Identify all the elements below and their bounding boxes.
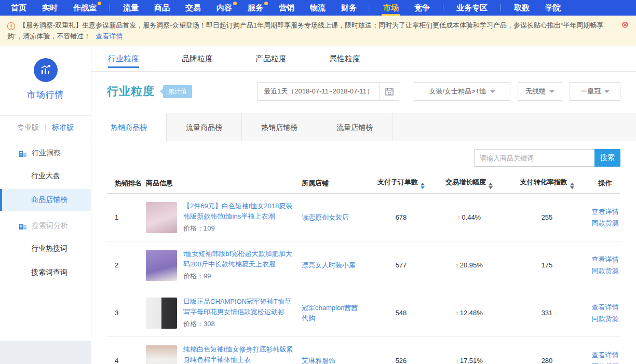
rank-cell: 3 [107,309,146,317]
calendar-icon[interactable]: 15 [380,82,399,101]
same-source-link[interactable]: 同款货源 [590,361,620,364]
product-title-link[interactable]: 纯棉白色短袖t恤女修身打底衫韩版紧身纯色棉半袖体恤上衣 [183,344,297,364]
buildings-icon [19,150,27,157]
table-row: 1 【2件69元】白色短袖t恤女2018夏装韩版新款韩范t恤ins半袖上衣潮 价… [107,194,620,241]
tab-hot-shops[interactable]: 热销店铺榜 [242,113,317,141]
product-title-link[interactable]: t恤女短袖韩版bf宽松超大款加肥加大码200斤中长款纯棉夏天上衣服 [183,249,297,269]
category-dropdown[interactable]: 女装/女士精品>T恤 [414,82,510,101]
col-header-orders[interactable]: 支付子订单数 [368,178,434,189]
product-thumbnail[interactable] [146,345,177,364]
product-price: 价格：109 [183,223,297,234]
table-row: 3 日版正品CHAMPION冠军短袖T恤草写字母印花男女情侣款宽松运动衫 价格：… [107,289,620,337]
up-arrow-icon: ↑ [455,357,459,364]
tab-traffic-products[interactable]: 流量商品榜 [167,113,242,141]
tab-traffic-shops[interactable]: 流量店铺榜 [317,113,393,141]
product-title-link[interactable]: 【2件69元】白色短袖t恤女2018夏装韩版新款韩范t恤ins半袖上衣潮 [183,201,297,222]
up-arrow-icon: ↑ [455,261,459,269]
category-value: 女装/女士精品>T恤 [429,87,486,96]
sidebar-item-product-shop-rank[interactable]: 商品店铺榜 [0,189,91,211]
product-price: 价格：99 [183,271,297,281]
shop-link[interactable]: 漂亮女人时装小屋 [302,260,365,271]
col-header-growth[interactable]: 交易增长幅度 [434,178,504,189]
tab-industry-granularity[interactable]: 行业粒度 [108,46,139,71]
sort-icon[interactable] [489,183,493,189]
view-detail-link[interactable]: 查看详情 [590,349,620,361]
ranking-list-tabs: 热销商品榜 流量商品榜 热销店铺榜 流量店铺榜 [91,113,636,141]
version-tab-pro[interactable]: 专业版 [11,123,45,132]
tab-hot-products[interactable]: 热销商品榜 [91,113,167,141]
search-button[interactable]: 搜索 [594,149,620,167]
actions-cell: 查看详情 同款货源 [590,349,620,364]
sort-icon[interactable] [421,183,425,189]
rank-cell: 2 [107,261,146,269]
col-header-conversion-index[interactable]: 支付转化率指数 [504,178,590,189]
sidebar-item-search-word-query[interactable]: 搜索词查询 [0,262,91,284]
shop-link[interactable]: 读恋原创女装店 [302,212,358,223]
market-chart-icon[interactable] [34,58,58,82]
same-source-link[interactable]: 同款货源 [590,313,620,325]
terminal-dropdown[interactable]: 无线端 [518,82,562,101]
conversion-index-value: 175 [504,261,590,269]
nav-item-traffic[interactable]: 流量 [115,0,146,16]
nav-item-products[interactable]: 商品 [146,0,178,16]
chevron-down-icon [604,90,610,93]
conversion-index-value: 255 [504,213,590,221]
nav-item-logistics[interactable]: 物流 [302,0,333,16]
view-detail-link[interactable]: 查看详情 [590,254,620,265]
calendar-glyph: 15 [385,87,394,96]
version-tab-standard[interactable]: 标准版 [46,123,80,132]
nav-item-business-zone[interactable]: 业务专区 [449,0,495,16]
product-title-link[interactable]: 日版正品CHAMPION冠军短袖T恤草写字母印花男女情侣款宽松运动衫 [183,296,297,317]
nav-item-competition[interactable]: 竞争 [407,0,438,16]
tab-attribute-granularity[interactable]: 属性粒度 [329,46,360,71]
warning-circle-icon: ! [7,22,15,30]
product-thumbnail[interactable] [146,250,177,281]
nav-item-data-extract[interactable]: 取数 [506,0,537,16]
sidebar-app-block: 市场行情 [0,46,91,115]
tab-brand-granularity[interactable]: 品牌粒度 [182,46,213,71]
nav-item-trade[interactable]: 交易 [178,0,209,16]
sort-icon[interactable] [570,183,574,189]
view-detail-link[interactable]: 查看详情 [590,302,620,313]
growth-cell: ↑17.51% [434,357,504,364]
sidebar-item-industry-overview[interactable]: 行业大盘 [0,165,91,187]
product-thumbnail[interactable] [146,298,177,329]
date-range-picker[interactable]: 最近1天（2018-07-11~2018-07-11） [257,82,380,101]
shop-link[interactable]: 冠军champion茜茜代购 [302,303,368,323]
granularity-tabs: 行业粒度 品牌粒度 产品粒度 属性粒度 [91,46,636,72]
rank-cell: 1 [107,213,146,221]
nav-item-marketing[interactable]: 营销 [271,0,302,16]
growth-cell: ↑12.48% [434,309,504,317]
nav-item-home[interactable]: 首页 [3,0,34,16]
tab-product-granularity[interactable]: 产品粒度 [255,46,287,71]
col-header-label: 交易增长幅度 [445,178,486,186]
nav-item-realtime[interactable]: 实时 [34,0,65,16]
table-row: 2 t恤女短袖韩版bf宽松超大款加肥加大码200斤中长款纯棉夏天上衣服 价格：9… [107,241,620,289]
same-source-link[interactable]: 同款货源 [590,218,620,229]
nav-item-content[interactable]: 内容 [209,0,240,16]
bar-chart-glyph [39,63,52,77]
page-body: 市场行情 专业版 标准版 行业洞察 行业大盘 商品店铺榜 [0,46,636,364]
col-header-label: 支付转化率指数 [520,178,567,186]
nav-item-service[interactable]: 服务 [240,0,271,16]
notice-detail-link[interactable]: 查看详情 [96,32,123,40]
search-input[interactable] [474,149,594,167]
sidebar-section-search-analysis[interactable]: 搜索词分析 [0,213,91,236]
nav-item-war-room[interactable]: 作战室 [65,0,104,16]
ranking-table: 热销排名 商品信息 所属店铺 支付子订单数 交易增长幅度 支付转化率指数 操作 … [107,173,620,364]
product-thumbnail[interactable] [146,202,177,233]
nav-item-finance[interactable]: 财务 [333,0,364,16]
sidebar-app-title[interactable]: 市场行情 [0,89,91,101]
sidebar-section-industry-insight[interactable]: 行业洞察 [0,140,91,163]
actions-cell: 查看详情 同款货源 [590,302,620,325]
view-detail-link[interactable]: 查看详情 [590,206,620,218]
close-circle-icon[interactable]: ⊗ [621,21,629,29]
actions-cell: 查看详情 同款货源 [590,254,620,277]
sidebar-item-hot-search-words[interactable]: 行业热搜词 [0,238,91,260]
same-source-link[interactable]: 同款货源 [590,265,620,277]
nav-item-market[interactable]: 市场 [375,0,407,16]
version-switcher: 专业版 标准版 [0,116,91,140]
nav-item-academy[interactable]: 学院 [537,0,569,16]
shop-link[interactable]: 艾琳雅服饰 [302,356,345,364]
shop-level-dropdown[interactable]: 一皇冠 [570,82,620,101]
